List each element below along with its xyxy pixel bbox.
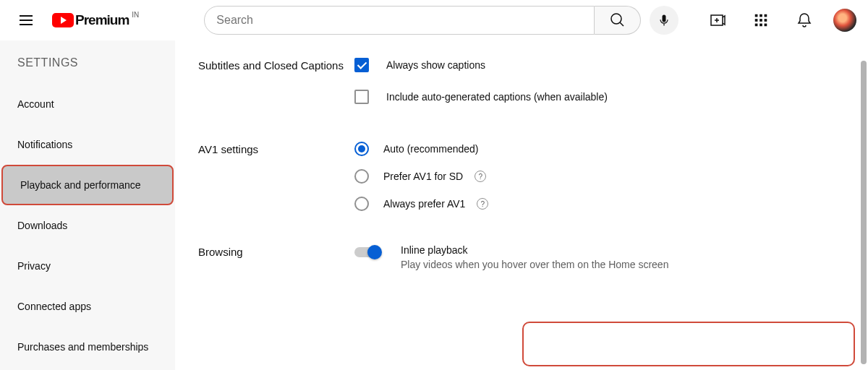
- create-icon: [709, 12, 726, 29]
- svg-rect-4: [760, 14, 762, 17]
- radio-label: Always prefer AV1: [383, 198, 465, 210]
- voice-search-button[interactable]: [650, 6, 678, 35]
- svg-rect-3: [755, 14, 758, 17]
- svg-point-0: [611, 14, 621, 24]
- svg-rect-1: [663, 15, 666, 22]
- radio-av1-always[interactable]: [354, 197, 369, 211]
- section-label-av1: AV1 settings: [198, 142, 354, 224]
- sidebar-item-connected-apps[interactable]: Connected apps: [0, 286, 175, 327]
- checkbox-auto-generated-captions[interactable]: [354, 90, 369, 104]
- checkbox-label: Always show captions: [386, 59, 485, 71]
- checkbox-always-show-captions[interactable]: [354, 58, 369, 72]
- toggle-title: Inline playback: [401, 244, 668, 256]
- youtube-premium-logo[interactable]: Premium: [52, 12, 129, 28]
- scrollbar[interactable]: [861, 61, 867, 364]
- search-icon: [609, 12, 626, 29]
- user-avatar[interactable]: [833, 9, 856, 32]
- svg-rect-6: [755, 19, 758, 22]
- apps-grid-icon: [753, 12, 769, 28]
- sidebar-item-notifications[interactable]: Notifications: [0, 124, 175, 165]
- create-button[interactable]: [703, 6, 732, 35]
- annotation-highlight: [522, 322, 855, 366]
- radio-label: Prefer AV1 for SD: [383, 171, 463, 182]
- sidebar-item-downloads[interactable]: Downloads: [0, 205, 175, 246]
- svg-rect-11: [765, 24, 767, 27]
- radio-label: Auto (recommended): [383, 143, 479, 155]
- search-input[interactable]: [204, 6, 595, 35]
- sidebar-item-account[interactable]: Account: [0, 84, 175, 124]
- radio-av1-auto[interactable]: [354, 142, 369, 156]
- search-button[interactable]: [595, 6, 641, 35]
- svg-rect-5: [765, 14, 767, 17]
- svg-rect-10: [760, 24, 762, 27]
- bell-icon: [796, 12, 813, 29]
- hamburger-menu[interactable]: [12, 6, 41, 35]
- country-code: IN: [132, 11, 139, 19]
- logo-text: Premium: [75, 12, 129, 28]
- help-icon[interactable]: ?: [477, 198, 488, 210]
- play-icon: [52, 13, 74, 27]
- section-label-browsing: Browsing: [198, 244, 354, 270]
- sidebar-item-privacy[interactable]: Privacy: [0, 246, 175, 286]
- sidebar-item-purchases[interactable]: Purchases and memberships: [0, 327, 175, 367]
- sidebar-item-playback[interactable]: Playback and performance: [1, 165, 174, 205]
- microphone-icon: [657, 13, 671, 27]
- help-icon[interactable]: ?: [475, 171, 486, 182]
- toggle-description: Play videos when you hover over them on …: [401, 259, 668, 270]
- svg-rect-8: [765, 19, 767, 22]
- sidebar-title: SETTINGS: [0, 51, 175, 84]
- toggle-knob: [367, 245, 382, 259]
- svg-rect-7: [760, 19, 762, 22]
- checkbox-label: Include auto-generated captions (when av…: [386, 91, 608, 103]
- notifications-button[interactable]: [790, 6, 819, 35]
- radio-av1-sd[interactable]: [354, 169, 369, 184]
- toggle-inline-playback[interactable]: [354, 247, 380, 257]
- svg-rect-9: [755, 24, 758, 27]
- apps-button[interactable]: [746, 6, 775, 35]
- section-label-subtitles: Subtitles and Closed Captions: [198, 58, 354, 121]
